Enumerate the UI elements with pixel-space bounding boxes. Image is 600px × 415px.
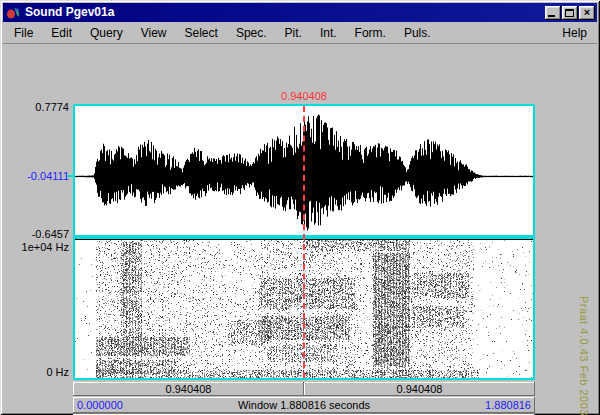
window-duration-text: Window 1.880816 seconds [238, 399, 370, 411]
menu-view[interactable]: View [132, 24, 176, 42]
menu-help[interactable]: Help [552, 24, 597, 42]
window-end-time: 1.880816 [485, 399, 531, 411]
menu-spec[interactable]: Spec. [227, 24, 276, 42]
cursor-time-label: 0.940408 [244, 90, 364, 102]
menu-int[interactable]: Int. [311, 24, 346, 42]
app-icon [6, 6, 22, 20]
close-button[interactable]: × [579, 6, 595, 20]
segment-right-duration-bar[interactable]: 0.940408 [304, 382, 535, 396]
menu-bar: File Edit Query View Select Spec. Pit. I… [3, 22, 597, 43]
spectrogram-max-freq-label: 1e+04 Hz [3, 241, 69, 253]
cursor-line[interactable] [303, 106, 305, 378]
title-bar[interactable]: Sound Pgev01a × [3, 3, 597, 22]
window-duration-bar[interactable]: 0.000000 Window 1.880816 seconds 1.88081… [73, 397, 535, 413]
close-icon: × [579, 5, 595, 19]
minimize-icon [548, 15, 555, 17]
maximize-icon [565, 9, 574, 17]
spectrogram-min-freq-label: 0 Hz [3, 366, 69, 378]
waveform-max-label: 0.7774 [3, 101, 69, 113]
menu-puls[interactable]: Puls. [395, 24, 440, 42]
maximize-button[interactable] [562, 6, 578, 20]
praat-sound-editor-window: Sound Pgev01a × File Edit Query View Sel… [0, 0, 600, 415]
menu-select[interactable]: Select [176, 24, 227, 42]
menu-edit[interactable]: Edit [42, 24, 81, 42]
segment-left-duration-bar[interactable]: 0.940408 [73, 382, 304, 396]
menu-file[interactable]: File [5, 24, 42, 42]
menu-query[interactable]: Query [81, 24, 132, 42]
window-title: Sound Pgev01a [25, 3, 544, 22]
minimize-button[interactable] [545, 6, 561, 20]
menu-pit[interactable]: Pit. [276, 24, 311, 42]
waveform-min-label: -0.6457 [3, 228, 69, 240]
client-area: 0.940408 0.7774 -0.04111 -0.6457 1e+04 H… [3, 43, 597, 412]
waveform-zero-label: -0.04111 [3, 170, 69, 182]
menu-form[interactable]: Form. [346, 24, 395, 42]
version-watermark: Praat 4.0.43 Feb 2003 [578, 296, 590, 415]
window-start-time: 0.000000 [77, 399, 123, 411]
